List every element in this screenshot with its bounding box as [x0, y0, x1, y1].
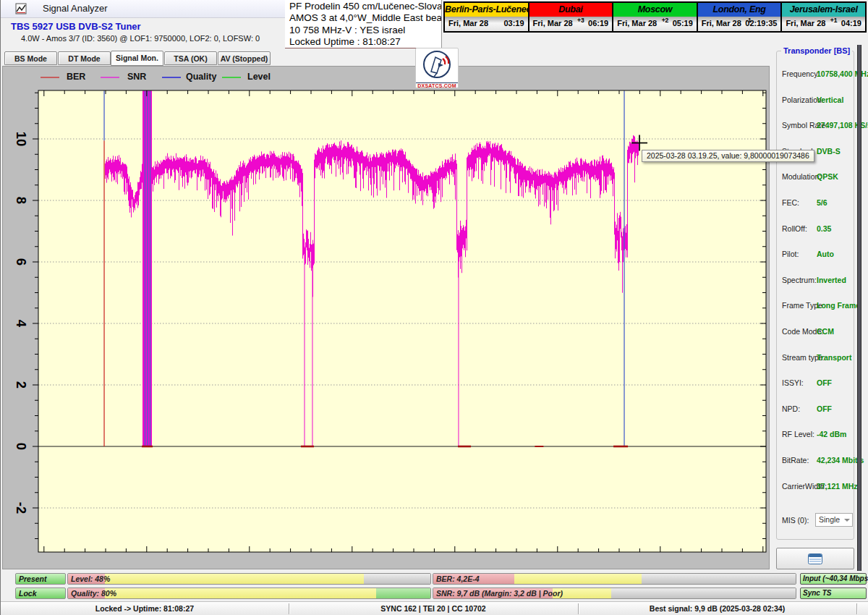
app-icon: [15, 3, 27, 14]
legend-dash-quality: [162, 77, 181, 78]
tp-value-rflevel: -42 dBm: [817, 430, 846, 438]
bar-segment-silver: [611, 588, 796, 598]
clock-time-value: 03:19: [503, 19, 524, 27]
y-tick-label-10: 10: [12, 130, 30, 148]
clock-city-name: Berlin-Paris-Lučenec: [445, 3, 528, 17]
bar-label-ber: BER: 4,2E-4: [436, 574, 480, 583]
tp-label-pilot: Pilot:: [782, 250, 799, 258]
tp-label-fec: FEC:: [782, 198, 799, 207]
antenna-info-line: 10 758 MHz-V : YES israel: [289, 25, 441, 36]
tp-label-rolloff: RollOff:: [782, 224, 807, 233]
bar-segment-yellow: [105, 574, 365, 584]
tp-label-issyi: ISSYI:: [782, 378, 804, 387]
clock-city-name: Jerusalem-Israel: [782, 3, 865, 17]
bar-level: Level: 48%: [67, 573, 431, 585]
clock-time-row: Fri, Mar 28-102:19:35: [698, 17, 781, 31]
clock-moscow: MoscowFri, Mar 28+205:19: [613, 3, 698, 31]
legend-dash-level: [222, 77, 241, 78]
clock-date: Fri, Mar 28: [702, 19, 741, 27]
bar-segment-green: [376, 588, 430, 598]
y-tick-label-8: 8: [12, 191, 30, 210]
tp-value-carrierwidth: 37,121 MHz: [817, 482, 858, 491]
tp-label-frequency: Frequency:: [782, 69, 820, 78]
bar-segment-yellow: [105, 588, 377, 598]
tab-signal-mon-[interactable]: Signal Mon.: [111, 51, 163, 66]
legend-label-level: Level: [247, 72, 271, 82]
statusbar-divider: [289, 603, 289, 614]
clock-london-eng: London, EngFri, Mar 28-102:19:35: [698, 3, 783, 31]
present-indicator: Present: [15, 573, 66, 585]
legend-dash-snr: [101, 77, 119, 78]
mis-selected-value: Single: [819, 515, 840, 524]
tab-bs-mode[interactable]: BS Mode: [4, 51, 57, 65]
tp-label-rflevel: RF Level:: [782, 430, 814, 438]
tp-value-rolloff: 0.35: [817, 224, 831, 233]
antenna-info-panel: PF Prodelin 450 cm/Lučenec-SlovakiaAMOS …: [285, 0, 442, 48]
y-tick-label-6: 6: [12, 253, 30, 271]
title-bar[interactable]: Signal Analyzer: [1, 0, 285, 18]
tab-dt-mode[interactable]: DT Mode: [58, 51, 111, 65]
y-tick-label-0: 0: [12, 437, 30, 456]
clock-city-name: London, Eng: [698, 3, 781, 17]
statusbar-segment-1: SYNC 162 | TEI 20 | CC 10702: [289, 604, 578, 613]
clock-utc-offset: +3: [577, 17, 584, 24]
clock-time-row: Fri, Mar 28+205:19: [613, 17, 697, 31]
status-bar: ⋰ Locked -> Uptime: 81:08:27SYNC 162 | T…: [1, 601, 868, 615]
clock-utc-offset: +2: [662, 17, 669, 24]
mis-dropdown[interactable]: Single: [815, 513, 853, 527]
statusbar-segment-0: Locked -> Uptime: 81:08:27: [1, 604, 289, 613]
legend-dash-ber: [41, 77, 59, 78]
y-tick-label--2: -2: [12, 499, 30, 517]
tp-label-spectrum: Spectrum:: [782, 276, 817, 284]
window-title: Signal Analyzer: [43, 3, 108, 14]
tp-value-npd: OFF: [817, 404, 832, 413]
tp-label-npd: NPD:: [782, 404, 800, 413]
clock-time-row: Fri, Mar 2803:19: [445, 17, 528, 31]
window-edge-strip: [857, 45, 861, 571]
world-clocks-panel: Berlin-Paris-LučenecFri, Mar 2803:19Duba…: [443, 1, 867, 33]
chevron-down-icon: [844, 519, 850, 522]
tuner-title: TBS 5927 USB DVB-S2 Tuner: [11, 21, 141, 32]
clock-time-value: 06:19: [588, 19, 608, 27]
bar-segment-silver: [642, 574, 796, 584]
statusbar-divider: [856, 603, 857, 614]
statusbar-divider: [578, 603, 579, 614]
bar-snr: SNR: 9,7 dB (Margin: 3,2 dB | Poor): [433, 588, 796, 599]
tuner-subtitle: 4.0W - Amos 3/7 (ID: 3560) @ LOF1: 97500…: [21, 34, 260, 43]
tp-value-modulation: QPSK: [817, 172, 838, 181]
clock-date: Fri, Mar 28: [617, 19, 657, 27]
transponder-group-title: Transponder [BS]: [781, 46, 852, 55]
bar-quality: Quality: 80%: [67, 588, 431, 599]
y-tick-label-2: 2: [12, 376, 30, 394]
tab-tsa-ok-[interactable]: TSA (OK): [164, 51, 217, 65]
dxsatcs-logo: DXSATCS.COM: [415, 48, 459, 88]
clock-city-name: Moscow: [613, 3, 697, 17]
clock-time-row: Fri, Mar 28+306:19: [529, 17, 613, 31]
tp-value-issyi: OFF: [817, 378, 832, 387]
clock-time-value: 02:19:35: [745, 19, 777, 27]
mis-label: MIS (0):: [782, 516, 809, 525]
bar-segment-yellow: [514, 574, 641, 584]
tab-av-stopped-[interactable]: AV (Stopped): [218, 51, 271, 65]
legend-label-quality: Quality: [186, 72, 216, 82]
clock-date: Fri, Mar 28: [448, 19, 488, 27]
lock-indicator: Lock: [15, 588, 66, 599]
legend-label-ber: BER: [67, 72, 85, 82]
tp-value-pilot: Auto: [817, 250, 834, 258]
clock-berlin-paris-lu-enec: Berlin-Paris-LučenecFri, Mar 2803:19: [445, 3, 529, 31]
bar-label-quality: Quality: 80%: [71, 589, 116, 598]
y-tick-label-4: 4: [12, 314, 30, 333]
statusbar-segment-2: Best signal: 9,9 dB (2025-03-28 02:34): [578, 604, 856, 613]
tp-value-spectrum: Inverted: [817, 276, 846, 284]
chart-tooltip: 2025-03-28 03.19.25, value: 9,8000001907…: [642, 150, 814, 162]
clock-date: Fri, Mar 28: [786, 19, 825, 27]
legend-label-snr: SNR: [127, 72, 146, 82]
sync-ts-indicator: Sync TS: [800, 588, 867, 599]
tp-value-standard: DVB-S: [817, 147, 841, 156]
bar-segment-silver: [364, 574, 430, 584]
clock-jerusalem-israel: Jerusalem-IsraelFri, Mar 28+104:19: [782, 3, 865, 31]
transport-list-button[interactable]: [776, 548, 854, 569]
tp-value-codemode: CCM: [817, 327, 834, 336]
input-rate-indicator: Input (~40,34 Mbps): [800, 573, 867, 585]
bar-label-snr: SNR: 9,7 dB (Margin: 3,2 dB | Poor): [436, 589, 563, 598]
